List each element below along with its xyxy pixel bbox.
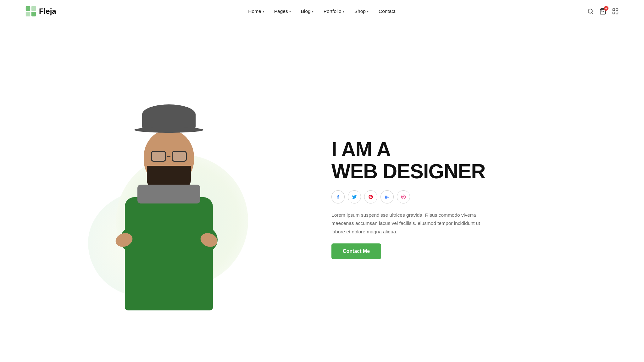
person-figure: [109, 104, 229, 306]
behance-icon: [385, 194, 390, 199]
pinterest-icon: [368, 194, 373, 199]
twitter-icon: [352, 194, 357, 199]
nav-item-shop[interactable]: Shop ▾: [354, 8, 369, 14]
search-button[interactable]: [587, 8, 594, 14]
svg-rect-1: [31, 6, 36, 11]
social-icon-twitter[interactable]: [348, 190, 361, 203]
chevron-down-icon: ▾: [343, 10, 344, 13]
nav-item-home[interactable]: Home ▾: [248, 8, 264, 14]
nav-item-contact[interactable]: Contact: [379, 8, 395, 14]
hero-image-area: [25, 92, 313, 306]
nav-links: Home ▾ Pages ▾ Blog ▾ Portfolio ▾ Shop: [248, 8, 395, 14]
grid-icon: [612, 8, 619, 15]
svg-rect-7: [613, 9, 615, 11]
hero-heading: I AM A WEB DESIGNER: [331, 138, 619, 183]
hero-content: I AM A WEB DESIGNER: [313, 138, 619, 259]
social-icon-facebook[interactable]: [331, 190, 345, 203]
main-nav: Fleja Home ▾ Pages ▾ Blog ▾ Portfolio ▾: [0, 0, 644, 23]
social-icon-behance[interactable]: [380, 190, 394, 203]
search-icon: [587, 8, 594, 14]
hero-section: I AM A WEB DESIGNER: [0, 23, 644, 362]
svg-rect-8: [616, 9, 618, 11]
chevron-down-icon: ▾: [312, 10, 314, 13]
glasses-lens-left: [151, 151, 166, 162]
grid-menu-button[interactable]: [612, 8, 619, 15]
glasses-lens-right: [172, 151, 187, 162]
svg-rect-0: [26, 6, 30, 11]
nav-item-pages[interactable]: Pages ▾: [274, 8, 291, 14]
social-icons: [331, 190, 619, 203]
svg-rect-3: [31, 12, 36, 16]
contact-me-button[interactable]: Contact Me: [331, 243, 381, 259]
social-icon-dribbble[interactable]: [397, 190, 410, 203]
logo-icon: [25, 6, 36, 17]
sweater-body: [125, 197, 213, 310]
brand-name: Fleja: [39, 7, 56, 16]
cart-button[interactable]: 0: [599, 8, 606, 15]
nav-actions: 0: [587, 8, 619, 15]
glasses: [151, 151, 187, 162]
hat-crown: [142, 104, 196, 130]
nav-item-blog[interactable]: Blog ▾: [301, 8, 314, 14]
facebook-icon: [336, 194, 341, 199]
chevron-down-icon: ▾: [289, 10, 291, 13]
chevron-down-icon: ▾: [263, 10, 264, 13]
cart-badge: 0: [604, 6, 608, 11]
chevron-down-icon: ▾: [367, 10, 369, 13]
svg-rect-10: [616, 12, 618, 14]
glasses-bridge: [167, 156, 170, 157]
social-icon-pinterest[interactable]: [364, 190, 377, 203]
hat-brim: [134, 127, 203, 133]
svg-rect-9: [613, 12, 615, 14]
svg-rect-2: [26, 12, 30, 16]
svg-line-5: [592, 13, 593, 14]
scarf: [137, 185, 200, 203]
logo-link[interactable]: Fleja: [25, 6, 56, 17]
dribbble-icon: [401, 194, 406, 199]
nav-item-portfolio[interactable]: Portfolio ▾: [324, 8, 344, 14]
hero-description: Lorem ipsum suspendisse ultrices gravida…: [331, 211, 482, 236]
